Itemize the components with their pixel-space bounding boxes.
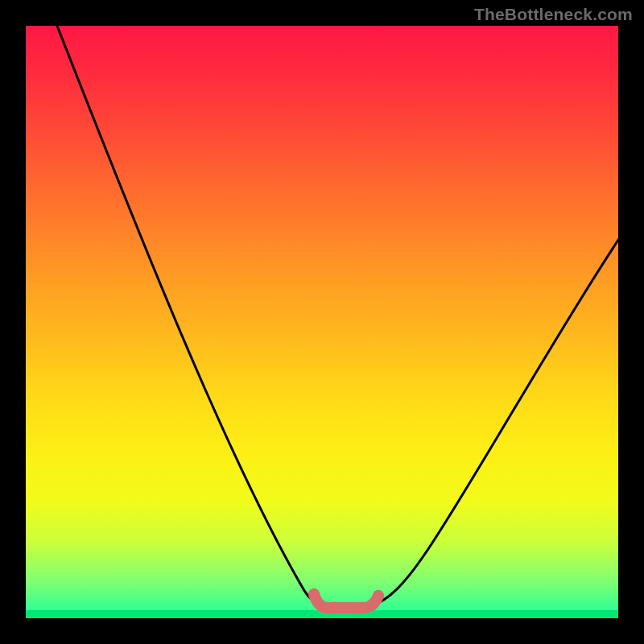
chart-frame: TheBottleneck.com xyxy=(0,0,644,644)
trough-highlight xyxy=(314,594,378,608)
bottleneck-curve-left xyxy=(54,18,324,605)
trough-right-dot-icon xyxy=(373,590,384,601)
bottleneck-curve-right xyxy=(372,235,621,605)
trough-left-dot-icon xyxy=(308,588,320,600)
watermark-text: TheBottleneck.com xyxy=(474,5,633,24)
curve-layer xyxy=(26,26,618,618)
